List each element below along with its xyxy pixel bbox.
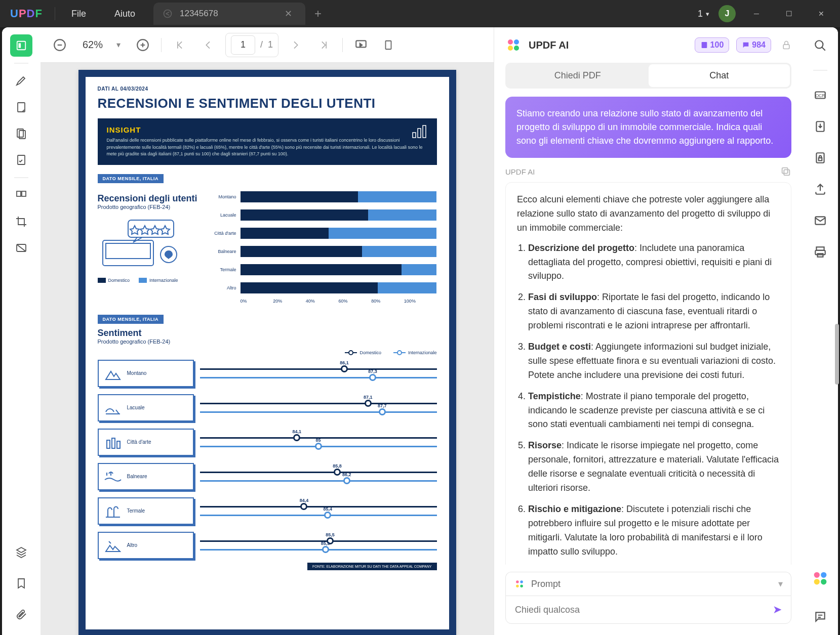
page-input[interactable]	[231, 35, 255, 55]
svg-point-52	[814, 579, 820, 584]
ai-response-label: UPDF AI	[505, 166, 791, 177]
first-page-button[interactable]	[171, 36, 189, 54]
sent-legend-domestic: Domestico	[345, 350, 381, 356]
bar-chart-axis: 0%20%40%60%80%100%	[241, 299, 437, 304]
legend-intl: Internazionale	[139, 278, 178, 283]
ai-conversation: Stiamo creando una relazione sullo stato…	[494, 97, 803, 565]
ai-response: Ecco alcuni elementi chiave che potreste…	[505, 182, 791, 565]
pdf-page: DATI AL 04/03/2024 RECENSIONI E SENTIMEN…	[78, 70, 456, 635]
svg-rect-1	[17, 41, 26, 50]
minimize-button[interactable]: ─	[745, 4, 768, 24]
zoom-dropdown-icon[interactable]: ▾	[116, 40, 121, 50]
edit-tool-button[interactable]	[10, 96, 32, 118]
svg-rect-27	[117, 441, 120, 448]
prev-page-button[interactable]	[198, 36, 216, 54]
svg-point-28	[508, 39, 513, 45]
ocr-button[interactable]: OCR	[811, 86, 829, 104]
svg-rect-2	[19, 43, 21, 48]
fit-button[interactable]	[379, 36, 397, 54]
protect-button[interactable]	[811, 149, 829, 167]
insight-text: Dall'analisi delle recensioni pubblicate…	[107, 137, 428, 158]
reader-mode-button[interactable]	[10, 34, 32, 57]
document-area: 62% ▾ / 1 DATI AL 04/03/2024 RECENSIONI …	[41, 27, 494, 635]
doc-count[interactable]: 1▾	[698, 9, 709, 19]
tab-ask-pdf[interactable]: Chiedi PDF	[507, 64, 649, 87]
menu-help[interactable]: Aiuto	[100, 9, 149, 19]
tab-doc-icon	[163, 9, 173, 19]
svg-rect-8	[22, 191, 26, 196]
svg-point-38	[516, 584, 519, 587]
reviews-bar-chart: MontanoLacualeCittà d'arteBalneareTermal…	[209, 189, 437, 295]
document-tab[interactable]: 12345678 ✕	[153, 3, 305, 25]
prompt-dropdown[interactable]: Prompt ▾	[505, 572, 791, 596]
ai-tabs: Chiedi PDF Chat	[505, 63, 791, 89]
email-button[interactable]	[811, 211, 829, 230]
print-button[interactable]	[811, 243, 829, 261]
page-title: RECENSIONI E SENTIMENT DEGLI UTENTI	[98, 96, 437, 111]
tab-title: 12345678	[180, 9, 281, 19]
new-tab-button[interactable]: +	[305, 7, 331, 21]
svg-point-50	[814, 572, 820, 578]
search-button[interactable]	[811, 36, 829, 55]
reviews-title: Recensioni degli utenti	[98, 193, 199, 204]
chat-input[interactable]	[515, 605, 773, 615]
page-tool-button[interactable]	[10, 122, 32, 145]
page-indicator: / 1	[225, 33, 278, 57]
tab-chat[interactable]: Chat	[649, 64, 790, 87]
app-logo: UPDF	[0, 7, 53, 20]
attachment-button[interactable]	[10, 604, 32, 626]
user-avatar[interactable]: J	[718, 5, 736, 22]
svg-point-39	[520, 584, 523, 587]
crop-button[interactable]	[10, 210, 32, 233]
svg-rect-13	[386, 40, 391, 49]
svg-point-22	[349, 351, 353, 355]
right-rail: OCR	[803, 27, 838, 635]
svg-rect-7	[17, 191, 21, 196]
lock-icon	[781, 40, 791, 50]
sentiment-chart: Montano86,187,3Lacuale87,187,7Città d'ar…	[98, 360, 437, 559]
organize-button[interactable]	[10, 184, 32, 206]
svg-rect-33	[783, 45, 789, 49]
maximize-button[interactable]: ☐	[777, 4, 801, 24]
copy-icon[interactable]	[780, 166, 791, 177]
last-page-button[interactable]	[315, 36, 333, 54]
credit-badge-1[interactable]: 100	[695, 37, 730, 53]
share-button[interactable]	[811, 180, 829, 198]
svg-point-37	[520, 580, 523, 583]
legend-domestic: Domestico	[98, 278, 130, 283]
svg-point-51	[821, 572, 826, 578]
page-sep: /	[260, 39, 263, 50]
zoom-out-button[interactable]	[51, 36, 69, 54]
send-button[interactable]: ➤	[773, 603, 782, 616]
svg-point-53	[821, 579, 826, 584]
left-rail	[2, 27, 41, 635]
bookmark-button[interactable]	[10, 572, 32, 595]
svg-rect-45	[819, 158, 822, 160]
present-button[interactable]	[352, 36, 370, 54]
reviews-illustration	[98, 215, 189, 271]
chevron-down-icon: ▾	[778, 578, 783, 589]
convert-button[interactable]	[811, 117, 829, 136]
ai-panel-title: UPDF AI	[529, 39, 688, 51]
svg-rect-18	[106, 243, 150, 259]
titlebar: UPDF File Aiuto 12345678 ✕ + 1▾ J ─ ☐ ✕	[0, 0, 840, 27]
comment-panel-button[interactable]	[811, 608, 829, 626]
zoom-in-button[interactable]	[134, 36, 152, 54]
svg-rect-15	[418, 129, 421, 138]
next-page-button[interactable]	[288, 36, 306, 54]
svg-rect-34	[784, 170, 789, 175]
layers-button[interactable]	[10, 541, 32, 563]
credit-badge-2[interactable]: 984	[736, 37, 771, 53]
tab-close-icon[interactable]: ✕	[281, 8, 296, 19]
close-button[interactable]: ✕	[810, 4, 833, 24]
redact-button[interactable]	[10, 237, 32, 259]
svg-rect-16	[423, 125, 426, 138]
reviews-subtitle: Prodotto geografico (FEB-24)	[98, 204, 199, 210]
comment-tool-button[interactable]	[10, 70, 32, 92]
svg-rect-32	[701, 42, 707, 48]
svg-point-29	[514, 39, 519, 45]
form-tool-button[interactable]	[10, 149, 32, 171]
svg-point-31	[514, 46, 519, 51]
menu-file[interactable]: File	[57, 9, 100, 19]
ai-toggle-button[interactable]	[811, 569, 829, 587]
